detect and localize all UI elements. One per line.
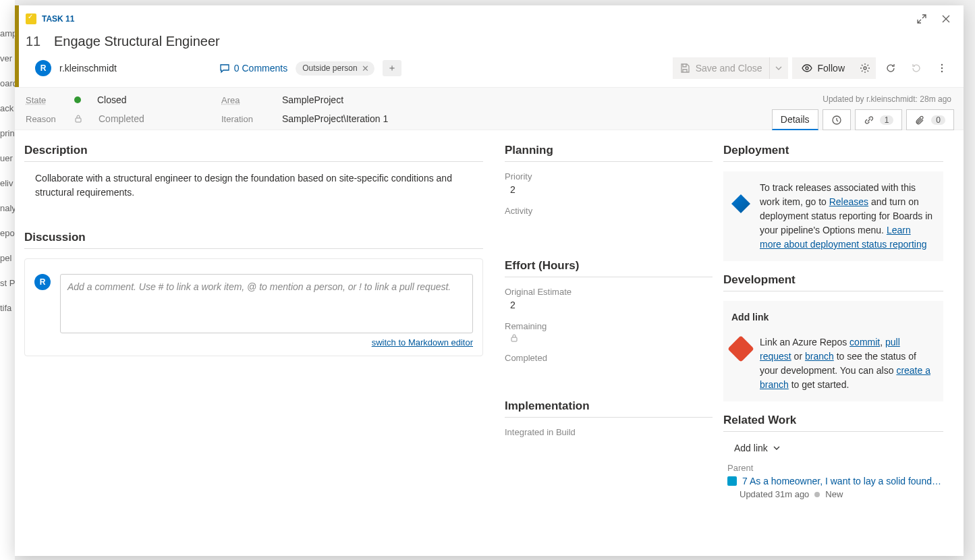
- priority-value[interactable]: 2: [505, 181, 713, 202]
- effort-heading: Effort (Hours): [505, 259, 713, 277]
- iteration-value[interactable]: SampleProject\Iteration 1: [282, 113, 388, 124]
- remaining-label: Remaining: [505, 321, 713, 331]
- comment-input[interactable]: Add a comment. Use # to link a work item…: [60, 274, 473, 333]
- remaining-value[interactable]: [505, 331, 713, 349]
- more-actions-button[interactable]: [931, 57, 953, 79]
- follow-button[interactable]: Follow: [792, 57, 854, 79]
- svg-point-1: [864, 67, 866, 69]
- dev-add-link-label[interactable]: Add link: [731, 310, 934, 325]
- tab-links[interactable]: 1: [855, 109, 903, 130]
- toolbar-right: Save and Close Follow: [673, 57, 953, 79]
- tag-label: Outside person: [302, 63, 357, 73]
- save-and-close-button: Save and Close: [673, 57, 769, 79]
- development-panel: Add link Link an Azure Repos commit, pul…: [723, 301, 943, 401]
- comments-count: 0 Comments: [234, 63, 287, 74]
- close-icon[interactable]: [939, 12, 953, 26]
- tabs-row: Details 1 0: [772, 109, 954, 130]
- tag-outside-person[interactable]: Outside person ✕: [296, 61, 374, 76]
- state-dot-icon: [814, 492, 820, 497]
- links-count-badge: 1: [880, 115, 894, 125]
- assignee-name[interactable]: r.kleinschmidt: [59, 63, 117, 74]
- planning-heading: Planning: [505, 144, 713, 162]
- dev-text-1: Link an Azure Repos: [760, 337, 849, 347]
- info-bar: Updated by r.kleinschmidt: 28m ago State…: [15, 87, 964, 130]
- integrated-label: Integrated in Build: [505, 427, 713, 437]
- attachment-icon: [915, 115, 926, 125]
- refresh-button[interactable]: [880, 57, 901, 79]
- parent-work-item-link[interactable]: 7 As a homeowner, I want to lay a solid …: [723, 476, 943, 486]
- task-type-label[interactable]: TASK 11: [42, 14, 74, 24]
- comments-link[interactable]: 0 Comments: [219, 63, 287, 74]
- header-meta-row: R r.kleinschmidt 0 Comments Outside pers…: [15, 53, 964, 87]
- task-type-icon: [26, 13, 36, 24]
- commit-link[interactable]: commit: [849, 337, 880, 347]
- svg-point-0: [806, 67, 808, 69]
- implementation-heading: Implementation: [505, 399, 713, 418]
- updated-info[interactable]: Updated by r.kleinschmidt: 28m ago: [823, 94, 951, 104]
- revert-button[interactable]: [906, 57, 927, 79]
- markdown-editor-link[interactable]: switch to Markdown editor: [372, 337, 473, 347]
- description-text[interactable]: Collaborate with a structural engineer t…: [24, 171, 483, 200]
- tab-history[interactable]: [823, 109, 851, 130]
- state-indicator-icon: [74, 96, 81, 103]
- lock-icon: [510, 334, 518, 342]
- gear-icon: [860, 63, 870, 74]
- state-label: State: [26, 95, 58, 105]
- area-value[interactable]: SampleProject: [282, 94, 343, 105]
- completed-label: Completed: [505, 353, 713, 363]
- tab-details[interactable]: Details: [772, 109, 818, 130]
- development-heading: Development: [723, 273, 943, 291]
- content-area: Description Collaborate with a structura…: [15, 130, 964, 556]
- chevron-down-icon: [773, 446, 780, 450]
- save-icon: [679, 63, 690, 74]
- original-estimate-label: Original Estimate: [505, 287, 713, 297]
- tab-attachments[interactable]: 0: [906, 109, 954, 130]
- left-column: Description Collaborate with a structura…: [15, 130, 494, 556]
- parent-sub-info: Updated 31m ago New: [723, 489, 943, 499]
- comment-icon: [219, 63, 230, 74]
- task-title[interactable]: Engage Structural Engineer: [54, 34, 220, 49]
- rocket-icon: [731, 194, 750, 213]
- follow-settings-button[interactable]: [854, 57, 876, 79]
- svg-point-3: [941, 67, 943, 69]
- completed-value[interactable]: [505, 363, 713, 383]
- related-work-heading: Related Work: [723, 414, 943, 432]
- discussion-box: R Add a comment. Use # to link a work it…: [24, 258, 483, 356]
- accent-bar: [15, 5, 19, 92]
- right-column: Deployment To track releases associated …: [723, 130, 953, 556]
- discussion-heading: Discussion: [24, 231, 483, 249]
- description-heading: Description: [24, 144, 483, 162]
- iteration-label: Iteration: [221, 114, 254, 124]
- svg-point-2: [941, 64, 943, 65]
- background-left-nav: amp ver oard ack prin uer eliv naly epo …: [0, 0, 15, 560]
- undo-icon: [911, 63, 922, 74]
- deployment-heading: Deployment: [723, 144, 943, 162]
- svg-point-4: [941, 71, 943, 72]
- lock-icon: [74, 115, 82, 123]
- original-estimate-value[interactable]: 2: [505, 297, 713, 317]
- dev-text-3: to get started.: [789, 379, 849, 390]
- branch-link[interactable]: branch: [805, 351, 834, 362]
- area-label: Area: [221, 95, 254, 105]
- header-top-row: TASK 11: [15, 5, 964, 26]
- priority-label: Priority: [505, 171, 713, 181]
- pbi-icon: [727, 476, 737, 486]
- tag-remove-icon[interactable]: ✕: [362, 63, 369, 74]
- assignee-avatar[interactable]: R: [35, 60, 51, 76]
- activity-label: Activity: [505, 206, 713, 216]
- chevron-down-icon: [775, 66, 782, 70]
- add-tag-button[interactable]: ＋: [383, 60, 401, 76]
- releases-link[interactable]: Releases: [829, 196, 868, 207]
- activity-value[interactable]: [505, 216, 713, 236]
- attach-count-badge: 0: [931, 115, 945, 125]
- svg-rect-5: [76, 118, 81, 122]
- link-icon: [864, 115, 874, 125]
- deployment-panel: To track releases associated with this w…: [723, 171, 943, 261]
- expand-icon[interactable]: [915, 12, 928, 26]
- state-value[interactable]: Closed: [97, 94, 127, 105]
- history-icon: [831, 115, 842, 125]
- eye-icon: [802, 63, 812, 74]
- related-add-link-button[interactable]: Add link: [723, 441, 943, 455]
- save-dropdown-button[interactable]: [769, 57, 788, 79]
- reason-value[interactable]: Completed: [99, 113, 144, 124]
